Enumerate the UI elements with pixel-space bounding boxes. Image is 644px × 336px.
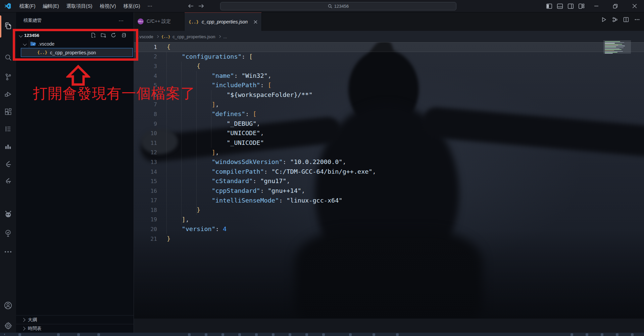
bar-chart-icon[interactable] (0, 138, 16, 154)
outline-panel-header[interactable]: 大綱 (16, 315, 134, 324)
explorer-icon[interactable] (0, 18, 16, 34)
search-input[interactable]: 123456 (220, 2, 456, 10)
code-line[interactable]: 21} (134, 234, 644, 244)
toggle-sidebar-icon[interactable] (544, 0, 554, 12)
close-tab-icon[interactable] (254, 20, 257, 24)
code-line[interactable]: 4 "name": "Win32", (134, 71, 644, 81)
tree-folder-vscode[interactable]: .vscode (16, 40, 134, 48)
tab-label: C/C++ 設定 (147, 18, 171, 24)
code-line[interactable]: 5 "includePath": [ (134, 80, 644, 90)
vscode-logo (4, 3, 11, 9)
breadcrumb-item[interactable]: .vscode (138, 34, 153, 39)
menu-item[interactable]: 檢視(V) (96, 1, 119, 11)
taskbar-icon (205, 333, 207, 336)
code-editor[interactable]: 1{2 "configurations": [3 {4 "name": "Win… (134, 42, 644, 333)
code-line[interactable]: 12 ], (134, 148, 644, 158)
leetcode-icon[interactable] (0, 156, 16, 171)
menu-item[interactable]: 選取項目(S) (63, 1, 96, 11)
search-view-icon[interactable] (0, 50, 16, 65)
leetcode-alt-icon[interactable] (0, 173, 16, 188)
new-file-icon[interactable] (91, 33, 96, 38)
more-views-icon[interactable] (0, 244, 16, 260)
taskbar-icon (601, 333, 603, 336)
breadcrumb[interactable]: .vscode {..} c_cpp_properties.json ... (134, 31, 644, 42)
new-folder-icon[interactable] (101, 33, 106, 38)
robot-icon[interactable] (0, 207, 16, 222)
line-number: 12 (134, 149, 167, 156)
taskbar-icon (77, 333, 80, 336)
code-line[interactable]: 16 "cppStandard": "gnu++14", (134, 186, 644, 196)
code-text: ], (167, 148, 219, 158)
code-line[interactable]: 6 "${workspaceFolder}/**" (134, 90, 644, 100)
code-line[interactable]: 20 "version": 4 (134, 224, 644, 234)
timeline-panel-header[interactable]: 時間表 (16, 324, 134, 333)
line-number: 9 (134, 121, 167, 127)
taskbar-icon (396, 333, 399, 336)
split-editor-icon[interactable] (623, 17, 629, 22)
sidebar-title: 檔案總管 (23, 17, 42, 23)
sidebar-more-actions[interactable]: ⋯ (118, 18, 124, 24)
run-file-icon[interactable] (601, 17, 607, 22)
forward-arrow-icon[interactable] (198, 4, 204, 8)
history-nav (188, 0, 204, 12)
more-actions-icon[interactable] (634, 17, 640, 22)
search-icon (328, 4, 332, 8)
toggle-panel-icon[interactable] (555, 0, 565, 12)
code-line[interactable]: 19 ], (134, 215, 644, 225)
line-number: 16 (134, 188, 167, 194)
extensions-icon[interactable] (0, 104, 16, 119)
menu-item[interactable]: 編輯(E) (39, 1, 63, 11)
run-graph-icon[interactable] (612, 17, 618, 22)
refresh-icon[interactable] (111, 33, 116, 38)
line-number: 11 (134, 140, 167, 146)
code-line[interactable]: 15 "cStandard": "gnu17", (134, 176, 644, 186)
tree-file-selected[interactable]: {..} c_cpp_properties.json (21, 48, 133, 57)
code-text: "intelliSenseMode": "linux-gcc-x64" (167, 196, 343, 206)
restore-button[interactable] (606, 0, 625, 12)
code-line[interactable]: 7 ], (134, 100, 644, 110)
minimize-button[interactable] (587, 0, 606, 12)
code-line[interactable]: 14 "compilerPath": "C:/TDM-GCC-64/bin/g+… (134, 167, 644, 177)
line-number: 2 (134, 53, 167, 60)
explorer-toolbar (91, 33, 126, 38)
tree-check-icon[interactable] (0, 226, 16, 241)
tree-root-row[interactable]: 123456 (16, 31, 134, 40)
minimap[interactable] (603, 40, 631, 54)
code-line[interactable]: 17 "intelliSenseMode": "linux-gcc-x64" (134, 196, 644, 206)
breadcrumb-item[interactable]: ... (224, 34, 227, 39)
code-line[interactable]: 10 "UNICODE", (134, 128, 644, 138)
breadcrumb-item[interactable]: c_cpp_properties.json (172, 34, 215, 39)
code-line[interactable]: 11 "_UNICODE" (134, 138, 644, 148)
back-arrow-icon[interactable] (188, 4, 194, 8)
code-line[interactable]: 18 } (134, 205, 644, 215)
outline-list-icon[interactable] (0, 121, 16, 136)
code-line[interactable]: 8 "defines": [ (134, 109, 644, 119)
close-button[interactable] (625, 0, 644, 12)
code-line[interactable]: 1{ (134, 42, 644, 52)
taskbar-icon (238, 333, 241, 336)
code-line[interactable]: 13 "windowsSdkVersion": "10.0.22000.0", (134, 157, 644, 167)
code-lines: 1{2 "configurations": [3 {4 "name": "Win… (134, 42, 644, 243)
menu-item[interactable]: ⋯ (144, 1, 156, 11)
settings-gear-icon[interactable] (0, 318, 16, 333)
line-number: 13 (134, 159, 167, 165)
line-number: 14 (134, 169, 167, 175)
menu-item[interactable]: 檔案(F) (16, 1, 39, 11)
code-line[interactable]: 2 "configurations": [ (134, 52, 644, 62)
code-line[interactable]: 9 "_DEBUG", (134, 119, 644, 129)
customize-layout-icon[interactable] (576, 0, 586, 12)
menu-bar: 檔案(F)編輯(E)選取項目(S)檢視(V)移至(G)⋯ (16, 1, 156, 11)
source-control-icon[interactable] (0, 69, 16, 85)
collapse-folders-icon[interactable] (121, 33, 126, 38)
line-number: 1 (134, 44, 167, 50)
run-debug-icon[interactable] (0, 87, 16, 102)
chevron-right-icon (21, 318, 25, 322)
tab-cpp-settings[interactable]: C/C++ C/C++ 設定 (134, 12, 185, 31)
menu-item[interactable]: 移至(G) (120, 1, 144, 11)
tab-c-cpp-properties[interactable]: {..} c_cpp_properties.json (185, 12, 262, 31)
annotation-text: 打開會發現有一個檔案了 (33, 84, 195, 103)
code-line[interactable]: 3 { (134, 61, 644, 71)
sidebar-header: 檔案總管 ⋯ (16, 12, 134, 29)
account-icon[interactable] (0, 298, 16, 313)
toggle-secondary-sidebar-icon[interactable] (565, 0, 576, 12)
